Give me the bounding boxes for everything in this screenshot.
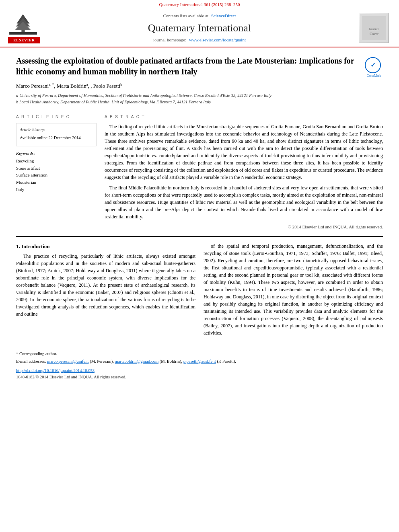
author1-name: Marco Peresani <box>16 83 49 89</box>
doi-line: http://dx.doi.org/10.1016/j.quaint.2014.… <box>16 368 383 374</box>
keyword-3: Surface alteration <box>16 172 97 179</box>
journal-homepage-link[interactable]: www.elsevier.com/locate/quaint <box>189 37 246 42</box>
citation-text: Quaternary International 361 (2015) 238–… <box>159 2 240 7</box>
journal-center: Contents lists available at ScienceDirec… <box>44 13 355 43</box>
keyword-1: Recycling <box>16 158 97 165</box>
elsevier-label: ELSEVIER <box>8 37 40 44</box>
email-label: E-mail addresses: <box>16 359 46 364</box>
body-left-column: 1. Introduction The practice of recyclin… <box>16 242 195 340</box>
abstract-paragraph-1: The finding of recycled lithic artifacts… <box>105 123 383 181</box>
journal-header: ELSEVIER Contents lists available at Sci… <box>0 9 399 47</box>
doi-link[interactable]: http://dx.doi.org/10.1016/j.quaint.2014.… <box>16 368 95 373</box>
divider-thick <box>16 236 383 237</box>
journal-cover-image: Journal Cover <box>359 13 391 43</box>
email1-name: (M. Peresani), <box>90 359 114 364</box>
author3-name: , Paolo Pasetti <box>90 83 120 89</box>
citation-bar: Quaternary International 361 (2015) 238–… <box>0 0 399 9</box>
corresponding-note: * Corresponding author. <box>16 351 383 357</box>
abstract-label: A B S T R A C T <box>105 114 383 120</box>
author1-affil: a, * <box>49 82 54 86</box>
article-history-label: Article history: <box>20 127 93 133</box>
elsevier-logo: ELSEVIER <box>8 12 40 43</box>
email3-name: (P. Pasetti). <box>217 359 236 364</box>
svg-text:Cover: Cover <box>370 32 378 36</box>
body-columns: 1. Introduction The practice of recyclin… <box>16 242 383 340</box>
abstract-column: A B S T R A C T The finding of recycled … <box>105 114 383 230</box>
article-info-column: A R T I C L E I N F O Article history: A… <box>16 114 97 230</box>
email-link-2[interactable]: martaboldrin@gmail.com <box>115 359 159 364</box>
body-left-paragraph: The practice of recycling, particularly … <box>16 253 195 318</box>
paper-content: Assessing the exploitation of double pat… <box>0 47 399 388</box>
keyword-2: Stone artifact <box>16 165 97 172</box>
email-link-3[interactable]: p.pasetti@ausl.fe.it <box>183 359 216 364</box>
keywords-list: Recycling Stone artifact Surface alterat… <box>16 158 97 193</box>
section-1-heading: 1. Introduction <box>16 242 195 251</box>
body-right-column: of the spatial and temporal production, … <box>204 242 383 340</box>
affiliation-b: b Local Health Authority, Department of … <box>16 99 383 105</box>
affiliation-a: a University of Ferrara, Department of H… <box>16 92 383 99</box>
elsevier-tree-svg <box>8 12 38 35</box>
email-addresses-line: E-mail addresses: marco.peresani@unife.i… <box>16 358 383 365</box>
article-available-online: Available online 22 December 2014 <box>20 135 93 141</box>
abstract-text: The finding of recycled lithic artifacts… <box>105 123 383 230</box>
info-abstract-columns: A R T I C L E I N F O Article history: A… <box>16 114 383 230</box>
article-title-section: Assessing the exploitation of double pat… <box>16 55 383 78</box>
affiliations: a University of Ferrara, Department of H… <box>16 92 383 105</box>
copyright-line: © 2014 Elsevier Ltd and INQUA. All right… <box>105 224 383 230</box>
homepage-line: journal homepage: www.elsevier.com/locat… <box>44 37 355 43</box>
body-right-paragraph: of the spatial and temporal production, … <box>204 242 383 337</box>
svg-rect-4 <box>9 32 37 35</box>
keyword-4: Mousterian <box>16 179 97 186</box>
email2-name: (M. Boldrin), <box>160 359 182 364</box>
article-history-block: Article history: Available online 22 Dec… <box>16 123 97 146</box>
crossmark-label: CrossMark <box>365 74 383 78</box>
issn-line: 1040-6182/© 2014 Elsevier Ltd and INQUA.… <box>16 374 383 380</box>
footer-notes: * Corresponding author. E-mail addresses… <box>16 348 383 380</box>
cover-image-placeholder: Journal Cover <box>359 13 389 43</box>
abstract-paragraph-2: The final Middle Palaeolithic in norther… <box>105 184 383 220</box>
sciencedirect-link[interactable]: ScienceDirect <box>211 13 236 18</box>
divider-top <box>16 110 383 110</box>
author2-affil: a <box>86 82 88 86</box>
crossmark-badge-container[interactable]: ✓ CrossMark <box>365 57 383 78</box>
journal-title: Quaternary International <box>44 21 355 35</box>
author3-affil: b <box>120 82 122 86</box>
article-info-label: A R T I C L E I N F O <box>16 114 97 120</box>
section-1-number: 1. Introduction <box>16 243 50 249</box>
svg-text:Journal: Journal <box>368 27 379 31</box>
authors-line: Marco Peresania, *, Marta Boldrina, , Pa… <box>16 82 383 90</box>
keywords-label: Keywords: <box>16 150 97 156</box>
article-title: Assessing the exploitation of double pat… <box>16 55 361 77</box>
author2-name: Marta Boldrin <box>57 83 86 89</box>
keywords-section: Keywords: Recycling Stone artifact Surfa… <box>16 150 97 193</box>
keyword-5: Italy <box>16 186 97 193</box>
contents-available: Contents lists available at ScienceDirec… <box>44 13 355 19</box>
email-link-1[interactable]: marco.peresani@unife.it <box>47 359 89 364</box>
crossmark-icon[interactable]: ✓ <box>365 57 381 73</box>
